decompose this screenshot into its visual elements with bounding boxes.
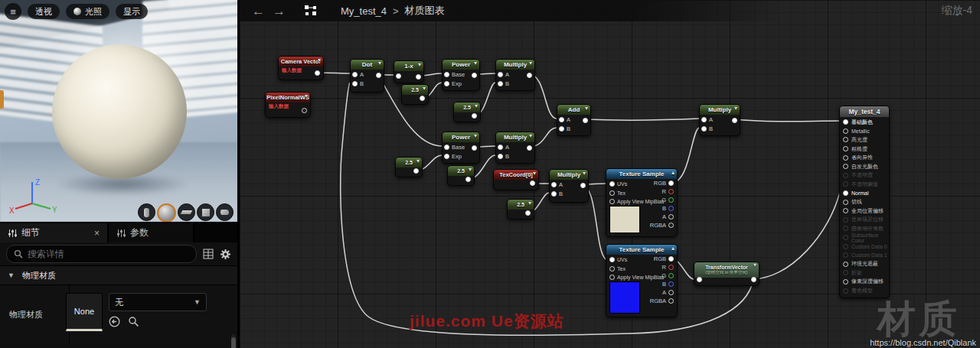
pin-in-b[interactable] [559,126,564,132]
pin-out[interactable] [413,168,419,174]
collapse-chevron-icon[interactable]: ▴ [671,245,675,252]
pin-in-in[interactable] [396,73,401,79]
pin-out[interactable] [580,183,586,188]
pin--[interactable] [843,279,848,285]
node-material-output[interactable]: My_test_4基础颜色Metallic高光度粗糙度各向异性自发光颜色不透明度… [839,106,890,298]
node-const-5[interactable]: 2.5▾ [507,199,534,220]
pin-out-rgb[interactable] [668,256,674,262]
pin-out[interactable] [583,118,588,123]
pin--[interactable] [843,119,848,125]
pin-in-a[interactable] [559,117,564,122]
perspective-button[interactable]: 透视 [28,4,60,19]
pin-custom-data-0[interactable] [843,244,848,249]
back-arrow-icon[interactable]: ← [252,5,265,18]
pin-normal[interactable] [843,190,848,196]
mesh-teapot-button[interactable] [216,203,234,221]
pin-in-base[interactable] [444,145,449,150]
pin--[interactable] [843,164,848,169]
pin--[interactable] [843,146,848,151]
table-view-icon[interactable] [203,249,214,259]
physical-material-dropdown[interactable]: 无 ▼ [109,293,207,311]
texture-thumbnail[interactable] [609,206,640,233]
pin--[interactable] [843,270,848,275]
pin-in-a[interactable] [551,182,557,187]
node-multiply-1[interactable]: Multiply▾AB [495,59,535,91]
pin-out-rgba[interactable] [668,223,674,228]
node-const-4[interactable]: 2.5▾ [447,165,475,186]
collapse-chevron-icon[interactable]: ▾ [423,85,426,92]
section-physical-material[interactable]: ▼ 物理材质 [0,265,237,285]
collapse-chevron-icon[interactable]: ▾ [305,93,308,99]
material-preview-viewport[interactable]: ≡ 透视 光照 显示 Z Y X [0,0,237,222]
node-const-3[interactable]: 2.5▾ [395,157,423,177]
pin--[interactable] [843,217,848,223]
pin-in-base[interactable] [444,72,449,77]
pin-out-a[interactable] [668,290,674,295]
pin-in-b[interactable] [352,81,358,86]
collapse-chevron-icon[interactable]: ▾ [416,158,420,164]
pin-out[interactable] [527,73,532,78]
pin-out-b[interactable] [668,281,674,287]
pin-in-b[interactable] [498,154,503,159]
node-power-2[interactable]: Power▾BaseExp [442,132,480,164]
node-add[interactable]: Add▾AB [557,104,591,136]
pin--[interactable] [843,137,848,142]
pin-in-b[interactable] [498,81,503,86]
collapse-chevron-icon[interactable]: ▴ [671,169,675,176]
collapse-chevron-icon[interactable]: ▾ [474,60,477,67]
pin-custom-data-1[interactable] [843,252,848,258]
pin-out-rgb[interactable] [668,181,674,186]
pin-out-g[interactable] [668,273,674,278]
node-dot[interactable]: Dot▾AB [350,59,384,93]
node-pixel-normal-ws[interactable]: PixelNormalWS▾输入数据 [265,92,311,118]
pin-out[interactable] [732,118,737,123]
breadcrumb-material-name[interactable]: My_test_4 [341,5,387,17]
collapse-chevron-icon[interactable]: ▾ [318,57,321,63]
mesh-cylinder-button[interactable] [138,203,155,221]
mesh-sphere-button[interactable] [157,203,176,222]
mesh-plane-button[interactable] [178,203,195,221]
node-multiply-2[interactable]: Multiply▾AB [495,132,535,164]
pin-out[interactable] [466,177,471,182]
lit-mode-button[interactable]: 光照 [66,4,109,19]
pin--[interactable] [843,288,848,294]
use-selected-icon[interactable] [109,316,120,327]
tab-parameters[interactable]: 参数 [109,223,194,242]
pin--[interactable] [843,208,848,213]
material-graph[interactable]: Camera Vector▾输入数据PixelNormalWS▾输入数据Dot▾… [240,0,980,348]
collapse-chevron-icon[interactable]: ▾ [529,60,532,67]
breadcrumb-graph-label[interactable]: 材质图表 [405,4,445,18]
node-camera-vector[interactable]: Camera Vector▾输入数据 [278,56,324,80]
pin-out[interactable] [420,96,425,101]
node-multiply-4[interactable]: Multiply▾AB [699,104,740,136]
gear-icon[interactable] [220,249,231,260]
pin-out[interactable] [416,74,421,80]
pin-out-r[interactable] [668,189,674,194]
viewport-side-tab[interactable] [0,90,4,109]
pin-out[interactable] [751,277,756,282]
show-button[interactable]: 显示 [116,4,148,19]
pin-out-b[interactable] [668,206,674,211]
node-const-2[interactable]: 2.5▾ [453,102,481,122]
pin-out-a[interactable] [668,214,674,220]
pin-in-a[interactable] [498,72,503,77]
forward-arrow-icon[interactable]: → [273,5,286,18]
mesh-cube-button[interactable] [197,203,214,221]
texture-thumbnail[interactable] [609,281,640,314]
pin-in-apply-view-mipbias[interactable] [609,199,615,204]
node-texcoord[interactable]: TexCoord[0]▾ [493,169,539,190]
collapse-chevron-icon[interactable]: ▾ [734,105,737,112]
close-icon[interactable]: × [94,228,100,239]
collapse-chevron-icon[interactable]: ▾ [528,200,531,207]
pin-out[interactable] [376,73,381,78]
pin-out[interactable] [530,181,535,186]
pin-in-tex[interactable] [609,190,615,196]
collapse-chevron-icon[interactable]: ▾ [474,132,477,139]
pin-out[interactable] [472,145,477,151]
details-scrollbar[interactable] [231,334,236,348]
pin--[interactable] [843,262,848,267]
collapse-chevron-icon[interactable]: ▾ [753,262,756,268]
pin-out[interactable] [472,73,477,78]
pin-in-exp[interactable] [444,154,449,159]
node-power-1[interactable]: Power▾BaseExp [442,59,480,91]
